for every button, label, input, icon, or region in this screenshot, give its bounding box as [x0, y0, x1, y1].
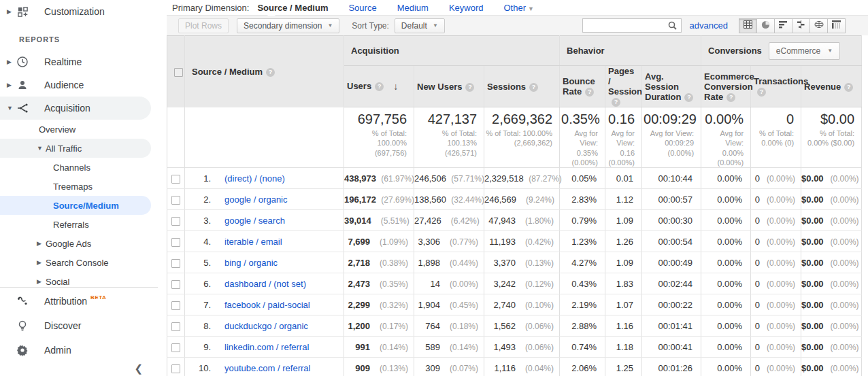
- bounce-rate-cell: 2.83%: [560, 189, 605, 210]
- help-icon[interactable]: ?: [266, 68, 275, 77]
- group-header-acquisition: Acquisition: [344, 36, 560, 66]
- sidebar-item-label: All Traffic: [46, 143, 82, 154]
- column-header-sessions[interactable]: Sessions?: [484, 66, 560, 107]
- chevron-down-icon[interactable]: ▼: [37, 145, 46, 152]
- performance-view-button[interactable]: [774, 18, 792, 33]
- row-checkbox[interactable]: [171, 280, 180, 289]
- column-header-pages-session[interactable]: Pages / Session?: [605, 66, 642, 107]
- column-header-bounce-rate[interactable]: Bounce Rate?: [560, 66, 605, 107]
- column-header-avg-session-duration[interactable]: Avg. Session Duration?: [642, 66, 701, 107]
- sidebar-item-all-traffic[interactable]: ▼All Traffic: [0, 139, 151, 158]
- chevron-down-icon[interactable]: ▼: [7, 105, 16, 112]
- source-medium-cell: 4.iterable / email: [185, 231, 344, 252]
- row-checkbox[interactable]: [171, 217, 180, 226]
- advanced-search-link[interactable]: advanced: [690, 20, 728, 31]
- primary-dimension-option-keyword[interactable]: Keyword: [449, 3, 484, 13]
- sidebar-item-search-console[interactable]: ▶Search Console: [0, 253, 158, 272]
- sidebar-item-realtime[interactable]: ▶Realtime: [0, 50, 158, 73]
- source-medium-link[interactable]: linkedin.com / referral: [224, 342, 309, 352]
- column-header-new-users[interactable]: New Users?: [414, 66, 484, 107]
- chevron-right-icon[interactable]: ▶: [37, 278, 46, 285]
- users-cell: 991(0.14%): [344, 337, 414, 358]
- sidebar-item-customization[interactable]: ▶Customization: [0, 0, 158, 23]
- chevron-right-icon[interactable]: ▶: [37, 259, 46, 266]
- source-medium-link[interactable]: (direct) / (none): [224, 173, 285, 184]
- sidebar-item-acquisition[interactable]: ▼Acquisition: [0, 97, 151, 120]
- sort-type-dropdown[interactable]: Default ▼: [395, 18, 445, 33]
- bounce-rate-cell: 2.06%: [560, 358, 605, 376]
- help-icon[interactable]: ?: [757, 88, 766, 97]
- row-checkbox[interactable]: [171, 343, 180, 352]
- chevron-right-icon[interactable]: ▶: [7, 82, 16, 88]
- help-icon[interactable]: ?: [684, 93, 693, 102]
- chevron-right-icon[interactable]: ▶: [7, 8, 16, 15]
- sidebar-item-treemaps[interactable]: Treemaps: [0, 177, 158, 196]
- sidebar-item-channels[interactable]: Channels: [0, 158, 158, 177]
- column-header-users[interactable]: Users?↓: [344, 66, 414, 107]
- sidebar-item-referrals[interactable]: Referrals: [0, 215, 158, 234]
- transactions-cell: 0(0.00%): [751, 315, 801, 337]
- sidebar-item-audience[interactable]: ▶Audience: [0, 73, 158, 97]
- pivot-view-button[interactable]: [827, 18, 846, 33]
- row-checkbox[interactable]: [171, 175, 180, 184]
- sort-descending-icon[interactable]: ↓: [393, 81, 398, 92]
- dimension-column-header[interactable]: Source / Medium?: [185, 36, 344, 107]
- source-medium-table: Source / Medium? Acquisition Behavior Co…: [167, 35, 862, 376]
- row-checkbox[interactable]: [171, 364, 180, 373]
- primary-dimension-option-medium[interactable]: Medium: [397, 3, 429, 13]
- users-cell: 909(0.13%): [344, 358, 414, 376]
- row-checkbox[interactable]: [171, 322, 180, 331]
- source-medium-link[interactable]: bing / organic: [224, 258, 278, 268]
- help-icon[interactable]: ?: [727, 93, 735, 102]
- source-medium-link[interactable]: duckduckgo / organic: [224, 321, 308, 331]
- source-medium-cell: 5.bing / organic: [185, 252, 344, 273]
- primary-dimension-option-source[interactable]: Source: [348, 3, 376, 13]
- comparison-view-button[interactable]: [792, 18, 810, 33]
- conversions-goal-dropdown[interactable]: eCommerce ▼: [769, 42, 840, 60]
- table-view-button[interactable]: [739, 18, 757, 33]
- column-header-ecommerce-conversion-rate[interactable]: Ecommerce Conversion Rate?: [701, 66, 751, 107]
- sidebar-item-source-medium[interactable]: Source/Medium: [0, 196, 151, 215]
- row-checkbox[interactable]: [171, 301, 180, 310]
- column-header-transactions[interactable]: Transactions?: [751, 66, 801, 107]
- secondary-dimension-dropdown[interactable]: Secondary dimension ▼: [237, 18, 339, 33]
- source-medium-link[interactable]: dashboard / (not set): [224, 279, 306, 289]
- bounce-rate-cell: 0.05%: [560, 168, 605, 189]
- sidebar-collapse-button[interactable]: ❮: [134, 362, 143, 375]
- sidebar-item-discover[interactable]: Discover: [0, 313, 158, 338]
- help-icon[interactable]: ?: [585, 88, 594, 97]
- row-checkbox[interactable]: [171, 196, 180, 205]
- avg-session-duration-cell: 00:00:22: [642, 294, 701, 315]
- revenue-cell: $0.00(0.00%): [801, 294, 862, 315]
- source-medium-link[interactable]: google / organic: [224, 194, 288, 205]
- help-icon[interactable]: ?: [465, 83, 474, 92]
- sidebar-item-overview[interactable]: Overview: [0, 120, 158, 139]
- chevron-right-icon[interactable]: ▶: [7, 58, 16, 65]
- primary-dimension-option-other[interactable]: Other▼: [503, 3, 533, 13]
- source-medium-link[interactable]: facebook / paid-social: [224, 300, 310, 310]
- search-icon[interactable]: [665, 19, 681, 32]
- row-checkbox[interactable]: [171, 259, 180, 268]
- users-cell: 2,473(0.35%): [344, 273, 414, 294]
- percentage-view-button[interactable]: [756, 18, 775, 33]
- search-input[interactable]: [583, 20, 665, 31]
- sidebar-item-social[interactable]: ▶Social: [0, 272, 158, 287]
- help-icon[interactable]: ?: [375, 82, 384, 91]
- source-medium-link[interactable]: iterable / email: [224, 237, 282, 247]
- sidebar-item-google-ads[interactable]: ▶Google Ads: [0, 234, 158, 253]
- help-icon[interactable]: ?: [529, 83, 538, 92]
- help-icon[interactable]: ?: [844, 83, 853, 92]
- column-header-revenue[interactable]: Revenue?: [801, 66, 862, 107]
- sidebar-item-admin[interactable]: Admin: [0, 338, 158, 362]
- select-all-checkbox[interactable]: [174, 68, 183, 77]
- help-icon[interactable]: ?: [612, 98, 620, 107]
- source-medium-link[interactable]: youtube.com / referral: [224, 363, 310, 373]
- row-checkbox[interactable]: [171, 238, 180, 247]
- row-index: 7.: [193, 300, 211, 310]
- chevron-right-icon[interactable]: ▶: [37, 240, 46, 247]
- sidebar-item-label: Channels: [53, 163, 90, 173]
- term-cloud-view-button[interactable]: [809, 18, 828, 33]
- plot-rows-button[interactable]: Plot Rows: [178, 18, 229, 33]
- sidebar-item-attribution[interactable]: AttributionBETA: [0, 289, 158, 313]
- source-medium-link[interactable]: google / search: [224, 216, 285, 226]
